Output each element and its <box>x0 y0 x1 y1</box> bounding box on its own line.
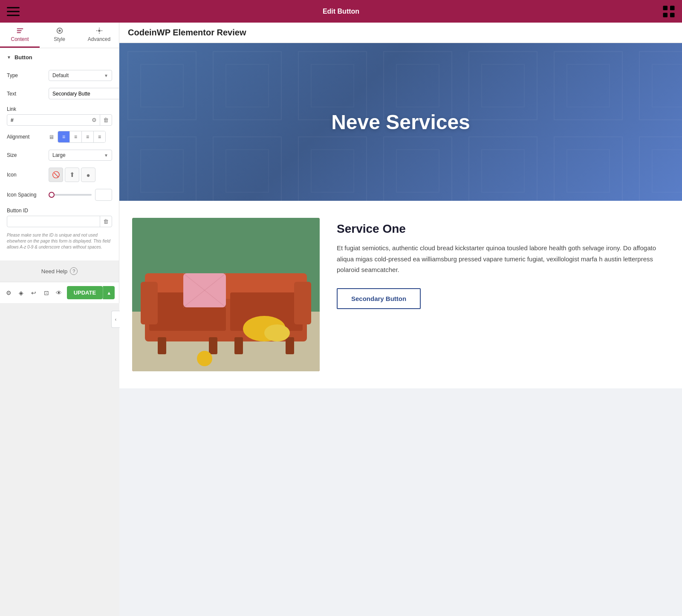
hero-section: Neve Services <box>119 43 682 201</box>
bottom-toolbar: ⚙ ◈ ↩ ⊡ 👁 UPDATE ▲ <box>0 282 119 303</box>
hero-title: Neve Services <box>331 110 470 134</box>
page-title-bar: CodeinWP Elementor Review <box>119 23 682 43</box>
alignment-control: 🖥 ≡ ≡ ≡ ≡ <box>49 131 112 143</box>
settings-tool-btn[interactable]: ⚙ <box>4 286 13 299</box>
size-select[interactable]: Large ▼ <box>49 150 112 161</box>
button-id-row: Button ID 🗑 <box>0 204 119 231</box>
section-collapse-arrow: ▼ <box>7 55 11 60</box>
service-content: Service One Et fugiat semiotics, authent… <box>337 218 669 309</box>
icon-upload-btn[interactable]: ⬆ <box>65 168 79 182</box>
svg-rect-6 <box>670 13 675 17</box>
text-label: Text <box>7 91 45 97</box>
type-select-arrow: ▼ <box>104 73 108 78</box>
sidebar-wrapper: Content Style Advanced ▼ Button <box>0 23 119 616</box>
layers-tool-btn[interactable]: ◈ <box>17 286 26 299</box>
align-left-btn[interactable]: ≡ <box>58 131 70 142</box>
secondary-button[interactable]: Secondary Button <box>337 288 421 309</box>
type-value: Default <box>52 72 69 78</box>
icon-spacing-control <box>49 189 112 201</box>
align-right-btn[interactable]: ≡ <box>82 131 94 142</box>
type-select[interactable]: Default ▼ <box>49 70 112 81</box>
type-row: Type Default ▼ <box>0 67 119 84</box>
panel-title: Edit Button <box>323 8 359 15</box>
svg-rect-4 <box>670 6 675 10</box>
link-settings-icon[interactable]: ⚙ <box>89 115 100 125</box>
icon-spacing-thumb[interactable] <box>49 192 55 198</box>
icon-circle-btn[interactable]: ● <box>81 168 95 182</box>
device-responsive-icon: 🖥 <box>49 134 54 140</box>
icon-spacing-value[interactable] <box>95 189 112 201</box>
history-tool-btn[interactable]: ↩ <box>29 286 38 299</box>
size-row: Size Large ▼ <box>0 146 119 164</box>
need-help-link[interactable]: Need Help ? <box>41 267 78 275</box>
update-arrow-button[interactable]: ▲ <box>103 286 115 299</box>
alignment-group: ≡ ≡ ≡ ≡ <box>58 131 106 143</box>
apps-grid-icon[interactable] <box>662 5 675 18</box>
responsive-tool-btn[interactable]: ⊡ <box>42 286 51 299</box>
help-circle-icon: ? <box>70 267 78 275</box>
svg-rect-9 <box>17 32 20 33</box>
svg-rect-1 <box>7 11 20 12</box>
panel-tabs: Content Style Advanced <box>0 23 119 48</box>
icon-spacing-label: Icon Spacing <box>7 192 45 198</box>
need-help-label: Need Help <box>41 268 67 275</box>
hamburger-menu-icon[interactable] <box>7 5 20 18</box>
svg-rect-7 <box>17 29 23 29</box>
text-row: Text 🗑 <box>0 84 119 103</box>
icon-media-btn[interactable]: 🚫 <box>49 168 63 182</box>
icon-control: 🚫 ⬆ ● <box>49 168 112 182</box>
icon-label: Icon <box>7 172 45 178</box>
type-label: Type <box>7 72 45 78</box>
update-group: UPDATE ▲ <box>67 286 115 299</box>
icon-picker-row: 🚫 ⬆ ● <box>49 168 95 182</box>
tab-advanced-label: Advanced <box>88 36 110 42</box>
button-id-help-text: Please make sure the ID is unique and no… <box>0 231 119 254</box>
alignment-label: Alignment <box>7 134 45 140</box>
link-input[interactable] <box>7 115 89 125</box>
tab-content-label: Content <box>11 36 29 42</box>
update-button[interactable]: UPDATE <box>67 286 103 299</box>
service-section: Service One Et fugiat semiotics, authent… <box>119 201 682 388</box>
text-input[interactable] <box>49 89 119 99</box>
link-delete-icon[interactable]: 🗑 <box>100 115 112 125</box>
text-control: 🗑 <box>49 88 119 99</box>
size-label: Size <box>7 152 45 158</box>
align-center-btn[interactable]: ≡ <box>70 131 82 142</box>
size-select-arrow: ▼ <box>104 153 108 158</box>
svg-rect-24 <box>286 337 294 354</box>
button-id-label: Button ID <box>7 208 112 214</box>
type-control: Default ▼ <box>49 70 112 81</box>
preview-tool-btn[interactable]: 👁 <box>54 286 63 299</box>
svg-rect-21 <box>158 337 166 354</box>
svg-rect-2 <box>7 14 20 16</box>
main-content-area: CodeinWP Elementor Review Neve Services <box>119 23 682 616</box>
button-section-header[interactable]: ▼ Button <box>0 48 119 67</box>
size-control: Large ▼ <box>49 150 112 161</box>
panel-content: ▼ Button Type Default ▼ Text <box>0 48 119 260</box>
button-id-delete-icon[interactable]: 🗑 <box>100 216 112 227</box>
page-title: CodeinWP Elementor Review <box>128 28 246 37</box>
svg-point-11 <box>58 29 61 32</box>
tab-content[interactable]: Content <box>0 23 40 48</box>
svg-rect-23 <box>234 337 243 354</box>
text-input-wrapper: 🗑 <box>49 88 119 99</box>
button-section-label: Button <box>14 54 32 61</box>
svg-rect-8 <box>17 30 21 31</box>
tab-style[interactable]: Style <box>40 23 79 48</box>
link-row: Link ⚙ 🗑 <box>0 103 119 127</box>
align-justify-btn[interactable]: ≡ <box>94 131 105 142</box>
svg-rect-0 <box>7 7 20 8</box>
button-id-input-wrapper: 🗑 <box>7 216 112 227</box>
sidebar-collapse-btn[interactable]: ‹ <box>111 311 120 328</box>
button-id-input[interactable] <box>7 217 100 227</box>
link-label: Link <box>7 106 112 112</box>
icon-spacing-row: Icon Spacing <box>0 185 119 204</box>
icon-spacing-track[interactable] <box>49 194 92 196</box>
tab-style-label: Style <box>54 36 65 42</box>
svg-point-29 <box>264 324 290 341</box>
tab-advanced[interactable]: Advanced <box>79 23 119 48</box>
top-bar: Edit Button <box>0 0 682 23</box>
svg-rect-5 <box>663 13 668 17</box>
service-text: Et fugiat semiotics, authentic cloud bre… <box>337 243 669 275</box>
service-title: Service One <box>337 222 669 236</box>
